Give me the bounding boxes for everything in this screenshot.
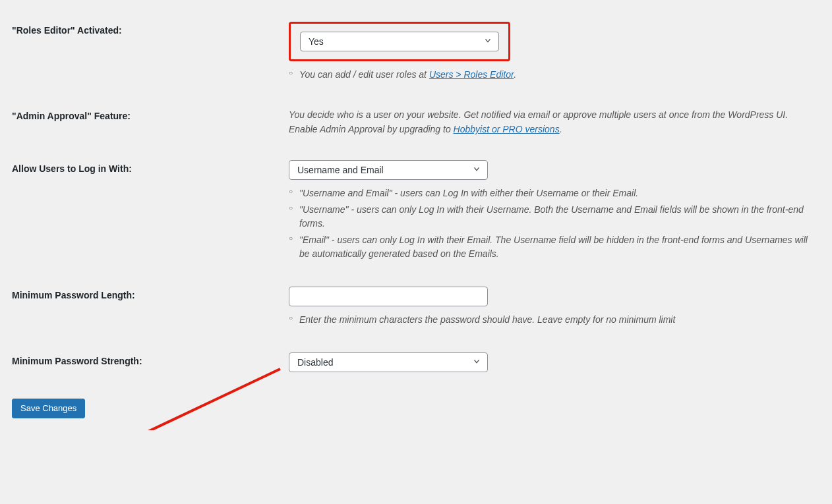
login-with-select[interactable]: Username and Email [289, 160, 488, 180]
admin-approval-description: You decide who is a user on your website… [289, 107, 814, 137]
roles-editor-label: "Roles Editor" Activated: [12, 12, 289, 98]
min-password-strength-select[interactable]: Disabled [289, 352, 488, 372]
login-with-hint-2: "Username" - users can only Log In with … [289, 203, 814, 231]
admin-approval-upgrade-link[interactable]: Hobbyist or PRO versions [454, 124, 560, 134]
min-password-length-label: Minimum Password Length: [12, 277, 289, 343]
settings-table: "Roles Editor" Activated: Yes You can ad… [12, 12, 820, 385]
admin-approval-label: "Admin Approval" Feature: [12, 98, 289, 150]
login-with-label: Allow Users to Log in With: [12, 150, 289, 277]
login-with-hint-3: "Email" - users can only Log In with the… [289, 233, 814, 261]
roles-editor-hint: You can add / edit user roles at Users >… [289, 68, 814, 82]
roles-editor-link[interactable]: Users > Roles Editor [429, 69, 514, 80]
save-changes-button[interactable]: Save Changes [12, 399, 85, 418]
min-password-length-hint: Enter the minimum characters the passwor… [289, 313, 814, 327]
login-with-hint-1: "Username and Email" - users can Log In … [289, 186, 814, 200]
min-password-strength-label: Minimum Password Strength: [12, 343, 289, 385]
roles-editor-highlight: Yes [289, 22, 510, 61]
roles-editor-select[interactable]: Yes [300, 32, 499, 51]
min-password-length-input[interactable] [289, 287, 488, 306]
